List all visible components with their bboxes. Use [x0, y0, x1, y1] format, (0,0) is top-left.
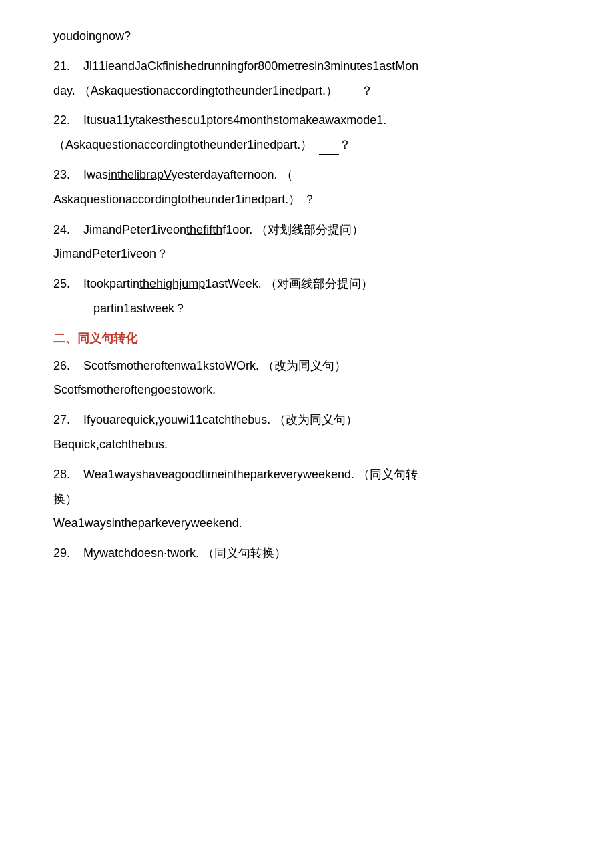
q24-text1: JimandPeter1iveon [83, 223, 186, 236]
q22-instruction: （Askaquestionaccordingtotheunder1inedpar… [53, 138, 312, 151]
q28-number: 28. [53, 465, 80, 484]
question-27: 27. Ifyouarequick,youwi11catchthebus. （改… [53, 410, 561, 454]
q21-text2: day. [53, 84, 75, 97]
q22-blank: ？ [316, 138, 351, 151]
question-25: 25. Itookpartinthehighjump1astWeek. （对画线… [53, 274, 561, 318]
q27-answer-text: Bequick,catchthebus. [53, 438, 168, 451]
q22-number: 22. [53, 111, 80, 130]
q21-blank: ？ [341, 84, 373, 97]
q29-sentence: Mywatchdoesn·twork. [83, 546, 199, 560]
q26-answer-text: Scotfsmotheroftengoestowork. [53, 383, 216, 396]
q29-instruction: （同义句转换） [202, 546, 286, 560]
q24-number: 24. [53, 220, 80, 240]
q28-answer: Wea1waysintheparkeveryweekend. [53, 514, 561, 533]
q21-underlined: Jl11ieandJaCk [83, 59, 162, 73]
q22-underlined: 4months [233, 113, 279, 127]
q21-number: 21. [53, 57, 80, 76]
q23-number: 23. [53, 165, 80, 185]
q26-instruction: （改为同义句） [262, 359, 346, 372]
q25-number: 25. [53, 274, 80, 294]
q27-answer: Bequick,catchthebus. [53, 435, 561, 454]
q28-instruction: （同义句转 [358, 468, 418, 481]
q25-text1: Itookpartin [83, 277, 139, 290]
intro-text: youdoingnow? [53, 27, 561, 46]
q26-answer: Scotfsmotheroftengoestowork. [53, 380, 561, 400]
q29-number: 29. [53, 544, 80, 563]
q23-blank: ？ [304, 193, 316, 206]
q27-number: 27. [53, 410, 80, 430]
question-22: 22. Itusua11ytakesthescu1ptors4monthstom… [53, 111, 561, 155]
q28-sentence: Wea1wayshaveagoodtimeintheparkeveryweeke… [83, 468, 354, 481]
q25-underlined: thehighjump [139, 277, 205, 290]
question-21: 21. Jl11ieandJaCkfinishedrunningfor800me… [53, 57, 561, 101]
q28-instruction2: 换） [53, 492, 77, 506]
question-24: 24. JimandPeter1iveonthefifthf1oor. （对划线… [53, 220, 561, 264]
q22-text2: tomakeawaxmode1. [279, 113, 386, 127]
q23-paren: （ [281, 168, 293, 181]
q24-text2: f1oor. [222, 223, 252, 236]
q25-answer-text: partin1astweek？ [93, 302, 186, 315]
q24-instruction: （对划线部分提问） [256, 223, 364, 236]
q23-instruction: Askaquestionaccordingtotheunder1inedpart… [53, 193, 300, 206]
q23-text2: yesterdayafternoon. [171, 168, 277, 181]
q21-instruction: （Askaquestionaccordingtotheunder1inedpar… [79, 84, 338, 97]
q21-text: finishedrunningfor800metresin3minutes1as… [162, 59, 418, 73]
q22-text1: Itusua11ytakesthescu1ptors [83, 113, 233, 127]
q24-underlined: thefifth [186, 223, 222, 236]
q27-instruction: （改为同义句） [274, 413, 358, 426]
question-26: 26. Scotfsmotheroftenwa1kstoWOrk. （改为同义句… [53, 356, 561, 400]
q25-instruction: （对画线部分提问） [265, 277, 373, 290]
question-28: 28. Wea1wayshaveagoodtimeintheparkeveryw… [53, 465, 561, 533]
q24-answer: JimandPeter1iveon？ [53, 244, 561, 264]
q25-text2: 1astWeek. [205, 277, 262, 290]
question-23: 23. IwasinthelibrарVyesterdayafternoon. … [53, 165, 561, 209]
q25-answer: partin1astweek？ [53, 299, 561, 318]
q26-sentence: Scotfsmotheroftenwa1kstoWOrk. [83, 359, 259, 372]
q24-answer-text: JimandPeter1iveon？ [53, 247, 168, 260]
q28-answer-text: Wea1waysintheparkeveryweekend. [53, 516, 242, 530]
question-29: 29. Mywatchdoesn·twork. （同义句转换） [53, 544, 561, 563]
q26-number: 26. [53, 356, 80, 376]
q23-underlined: inthelibrарV [108, 168, 171, 181]
section2-header: 二、同义句转化 [53, 329, 561, 348]
q27-sentence: Ifyouarequick,youwi11catchthebus. [83, 413, 270, 426]
q23-text1: Iwas [83, 168, 108, 181]
